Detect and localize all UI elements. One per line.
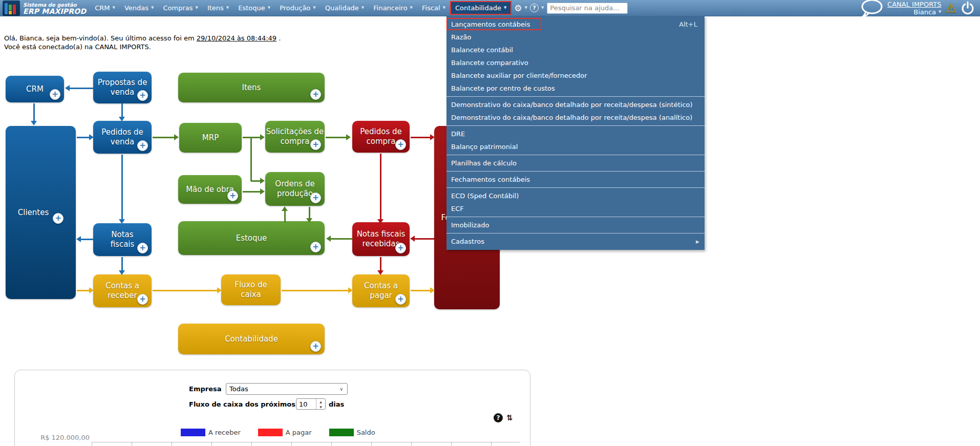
flow-box-contabilidade[interactable]: Contabilidade+ [178,324,325,354]
legend-swatch [181,429,205,436]
dropdown-item-dre[interactable]: DRE [446,128,705,140]
legend-item-a-receber: A receber [181,429,241,436]
flow-arrow [77,290,89,291]
flow-box-ordens-producao[interactable]: Ordens de produção+ [265,172,325,206]
flow-arrow [331,238,352,240]
help-chevron-down-icon[interactable]: ▼ [541,6,544,10]
flow-arrow [70,88,93,89]
flow-box-solicitacoes-compra[interactable]: Solicitações de compra+ [265,121,325,153]
flow-arrowhead [260,188,265,195]
dropdown-item-ecf[interactable]: ECF [446,202,705,215]
dropdown-item-ecd-sped-cont-bil[interactable]: ECD (Sped Contábil) [446,189,705,202]
add-plus-icon[interactable]: + [310,89,321,100]
flow-arrowhead [430,287,435,293]
menu-fiscal[interactable]: Fiscal▼ [417,0,450,16]
add-plus-icon[interactable]: + [310,242,321,252]
chart-help-icon[interactable]: ? [494,413,503,422]
add-plus-icon[interactable]: + [310,341,321,352]
flow-box-contas-pagar[interactable]: Contas a pagar+ [352,274,410,307]
flow-box-crm[interactable]: CRM+ [6,76,64,102]
add-plus-icon[interactable]: + [137,140,148,151]
menu-vendas[interactable]: Vendas▼ [120,0,159,16]
chevron-down-icon: ▼ [195,6,198,10]
menu-qualidade[interactable]: Qualidade▼ [321,0,369,16]
warning-icon[interactable]: ⚠ [945,2,956,14]
menu-crm[interactable]: CRM▼ [90,0,120,16]
add-plus-icon[interactable]: + [310,193,321,203]
add-plus-icon[interactable]: + [395,243,406,253]
flow-box-label: Mão de obra [186,185,234,195]
dropdown-item-balancete-por-centro-de-custos[interactable]: Balancete por centro de custos [446,82,705,95]
flow-arrowhead [348,287,353,293]
x-axis-tick [491,442,492,446]
refresh-icon[interactable]: ⇅ [506,413,513,422]
dropdown-item-balancete-comparativo[interactable]: Balancete comparativo [446,56,705,69]
user-name: Bianca [913,8,936,16]
menu-estoque[interactable]: Estoque▼ [233,0,275,16]
empresa-select[interactable]: Todas ∨ [226,383,348,395]
flow-box-notas-fiscais[interactable]: Notas fiscais+ [93,223,152,256]
dropdown-item-imobilizado[interactable]: Imobilizado [446,219,705,231]
flow-box-propostas-venda[interactable]: Propostas de venda+ [93,72,152,103]
app-logo[interactable]: Sistema de gestão ERP MAXIPROD [0,1,90,16]
flow-box-mao-de-obra[interactable]: Mão de obra+ [178,175,242,204]
x-axis-tick [211,442,212,446]
flow-box-contas-receber[interactable]: Contas a receber+ [93,274,152,307]
dropdown-item-raz-o[interactable]: Razão [446,31,705,44]
add-plus-icon[interactable]: + [137,294,148,305]
menu-contabilidade[interactable]: Contabilidade ▼ [450,1,512,15]
add-plus-icon[interactable]: + [53,213,63,224]
dropdown-item-fechamentos-cont-beis[interactable]: Fechamentos contábeis [446,173,705,186]
add-plus-icon[interactable]: + [137,90,148,101]
chat-bubble-icon[interactable] [860,0,883,18]
chevron-down-icon: ▼ [410,6,413,10]
flow-arrowhead [65,85,70,91]
flow-box-estoque[interactable]: Estoque+ [178,221,325,255]
menu-itens[interactable]: Itens▼ [203,0,233,16]
dropdown-item-planilhas-de-c-lculo[interactable]: Planilhas de cálculo [446,157,705,169]
flow-box-notas-fiscais-recebidas[interactable]: Notas fiscais recebidas+ [352,222,410,256]
settings-button[interactable]: ⚙ [512,3,524,13]
help-button[interactable]: ? [527,4,541,12]
flow-box-label: CRM [26,84,44,94]
add-plus-icon[interactable]: + [137,243,148,253]
menu-financeiro[interactable]: Financeiro▼ [369,0,417,16]
dropdown-item-cadastros[interactable]: Cadastros▶ [446,235,705,248]
flow-arrow [309,207,310,218]
flow-box-label: Contas a receber [105,281,139,301]
x-axis-tick [132,442,132,446]
menu-produção[interactable]: Produção▼ [275,0,321,16]
add-plus-icon[interactable]: + [395,139,406,150]
stepper-arrows[interactable]: ▲ ▼ [316,399,325,409]
add-plus-icon[interactable]: + [50,89,60,100]
page: Sistema de gestão ERP MAXIPROD CRM▼Venda… [0,0,980,446]
legend-swatch [258,429,283,436]
dropdown-item-balancete-auxiliar-por-cliente-fornecedor[interactable]: Balancete auxiliar por cliente/fornecedo… [446,69,705,82]
add-plus-icon[interactable]: + [395,294,406,305]
flow-box-clientes[interactable]: Clientes+ [6,126,76,299]
flow-box-pedidos-venda[interactable]: Pedidos de venda+ [93,121,152,154]
help-search-input[interactable] [547,3,628,14]
logo-title: ERP MAXIPROD [23,8,86,14]
flow-box-pedidos-compra[interactable]: Pedidos de compra+ [352,121,410,153]
dropdown-item-balan-o-patrimonial[interactable]: Balanço patrimonial [446,140,705,153]
dropdown-item-demonstrativo-do-caixa-banco-detalhado-por-receita-despesa-anal-tico[interactable]: Demonstrativo do caixa/banco detalhado p… [446,111,705,124]
dropdown-item-balancete-cont-bil[interactable]: Balancete contábil [446,44,705,56]
add-plus-icon[interactable]: + [227,190,238,201]
menu-compras[interactable]: Compras▼ [158,0,202,16]
user-menu[interactable]: Bianca ▼ [913,8,941,16]
flow-box-mrp[interactable]: MRP [179,123,242,153]
dropdown-item-lan-amentos-cont-beis[interactable]: Lançamentos contábeisAlt+L [446,18,705,31]
logout-power-icon[interactable] [961,1,975,15]
add-plus-icon[interactable]: + [310,139,321,150]
cashflow-panel: Empresa Todas ∨ Fluxo de caixa dos próxi… [14,370,530,446]
chart-legend: A receberA pagarSaldo [181,429,388,436]
dias-stepper[interactable]: 10 ▲ ▼ [296,398,326,410]
flow-arrowhead [282,206,288,211]
flow-box-fluxo-caixa[interactable]: Fluxo de caixa [221,274,281,305]
select-chevron-icon: ∨ [339,387,343,392]
flow-box-itens[interactable]: Itens+ [178,73,325,102]
company-link[interactable]: CANAL IMPORTS [887,1,941,8]
dropdown-item-demonstrativo-do-caixa-banco-detalhado-por-receita-despesa-sint-tico[interactable]: Demonstrativo do caixa/banco detalhado p… [446,98,705,111]
dias-value: 10 [296,399,316,409]
